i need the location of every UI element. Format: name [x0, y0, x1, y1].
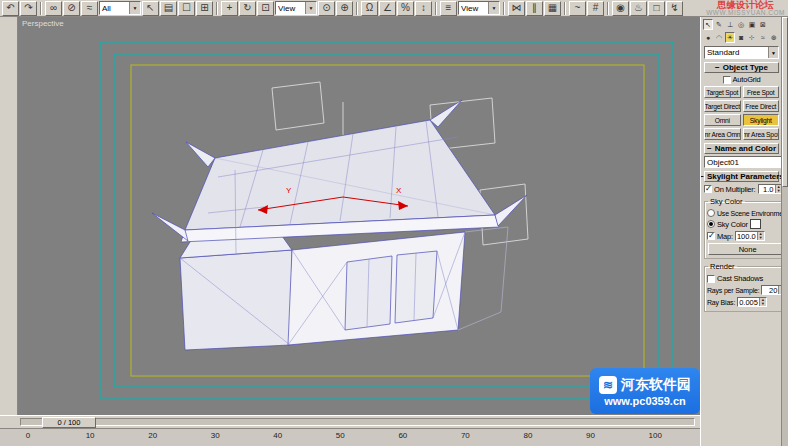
category-lights-icon[interactable]: ☀ [725, 32, 735, 43]
time-slider[interactable]: 0 / 100 [42, 417, 96, 428]
tab-utilities-icon[interactable]: ⊠ [758, 19, 768, 30]
target-direct-button[interactable]: Target Direct [704, 100, 741, 112]
category-space-warps-icon[interactable]: ≈ [758, 32, 768, 43]
cast-shadows-row: Cast Shadows [707, 274, 781, 283]
angle-snap-icon[interactable]: ∠ [379, 1, 396, 16]
use-scene-environment-radio[interactable] [707, 209, 715, 217]
omni-button[interactable]: Omni [704, 114, 741, 126]
redo-icon[interactable]: ↷ [20, 1, 37, 16]
snap-toggle-icon[interactable]: Ω [361, 1, 378, 16]
select-and-move-icon[interactable]: + [221, 1, 238, 16]
light-type-dropdown[interactable]: Standard ▼ [704, 46, 779, 59]
mirror-icon[interactable]: ⋈ [508, 1, 525, 16]
reference-coordinate-dropdown-value: View [276, 4, 305, 13]
name-color-title: Name and Color [715, 144, 776, 153]
spinner-arrows-icon[interactable]: ▴ ▾ [757, 232, 764, 240]
ray-bias-row: Ray Bias: 0.005 ▴ ▾ [707, 297, 781, 307]
rays-per-sample-spinner[interactable]: 20 ▴ ▾ [761, 285, 781, 295]
house-model[interactable] [152, 100, 527, 350]
tab-motion-icon[interactable]: ◎ [736, 19, 746, 30]
align-icon[interactable]: ∥ [526, 1, 543, 16]
window-crossing-icon[interactable]: ⊞ [196, 1, 213, 16]
viewport-label[interactable]: Perspective [22, 19, 64, 28]
material-editor-icon[interactable]: ◉ [612, 1, 629, 16]
render-setup-icon[interactable]: ♨ [630, 1, 647, 16]
dropdown-arrow-icon[interactable]: ▼ [129, 2, 140, 14]
perspective-viewport[interactable]: Perspective [18, 17, 700, 415]
category-systems-icon[interactable]: ⊛ [769, 32, 779, 43]
rays-per-sample-label: Rays per Sample: [707, 287, 759, 294]
undo-icon[interactable]: ↶ [2, 1, 19, 16]
cast-shadows-checkbox[interactable] [707, 275, 715, 283]
tab-modify-icon[interactable]: ✎ [714, 19, 724, 30]
autogrid-checkbox[interactable] [723, 76, 731, 84]
category-geometry-icon[interactable]: ● [703, 32, 713, 43]
tab-display-icon[interactable]: ▣ [747, 19, 757, 30]
map-amount-value: 100.0 [736, 232, 757, 240]
spinner-snap-icon[interactable]: ↕ [415, 1, 432, 16]
rays-per-sample-value: 20 [762, 286, 778, 294]
watermark-pc0359: ≋ 河东软件园 www.pc0359.cn [590, 368, 700, 414]
render-group-label: Render [708, 262, 737, 271]
named-selection-sets-icon[interactable]: ≡ [440, 1, 457, 16]
dropdown-arrow-icon[interactable]: ▼ [305, 2, 316, 14]
multiplier-label: Multiplier: [726, 185, 756, 194]
free-spot-button[interactable]: Free Spot [743, 86, 780, 98]
select-and-manipulate-icon[interactable]: ⊕ [336, 1, 353, 16]
map-none-button[interactable]: None [708, 243, 781, 255]
track-bar[interactable]: 0102030405060708090100 [0, 428, 700, 446]
select-and-link-icon[interactable]: ∞ [45, 1, 62, 16]
panel-scrollbar[interactable] [781, 17, 788, 446]
pc0359-logo-icon: ≋ [599, 376, 617, 394]
spinner-down-icon[interactable]: ▾ [758, 236, 764, 240]
spinner-arrows-icon[interactable]: ▴ ▾ [759, 298, 766, 306]
schematic-view-icon[interactable]: # [587, 1, 604, 16]
sky-color-swatch[interactable] [750, 219, 761, 229]
curve-editor-icon[interactable]: ~ [569, 1, 586, 16]
spinner-down-icon[interactable]: ▾ [760, 302, 766, 306]
object-type-rollout-header[interactable]: − Object Type [704, 62, 779, 73]
mr-area-spot-button[interactable]: mr Area Spot [743, 128, 780, 140]
named-selection-dropdown[interactable]: View▼ [458, 1, 500, 15]
selection-filter-dropdown[interactable]: All▼ [99, 1, 141, 15]
scrollbar-thumb[interactable] [782, 17, 788, 187]
ray-bias-spinner[interactable]: 0.005 ▴ ▾ [737, 297, 767, 307]
name-color-rollout-header[interactable]: − Name and Color [704, 143, 779, 154]
free-direct-button[interactable]: Free Direct [743, 100, 780, 112]
select-and-scale-icon[interactable]: ⊡ [257, 1, 274, 16]
skylight-button[interactable]: Skylight [743, 114, 780, 126]
category-shapes-icon[interactable]: ◠ [714, 32, 724, 43]
select-by-name-icon[interactable]: ▤ [160, 1, 177, 16]
rectangular-selection-icon[interactable]: ☐ [178, 1, 195, 16]
multiplier-spinner[interactable]: 1.0 ▴ ▾ [758, 184, 781, 194]
quick-render-icon[interactable]: ↯ [666, 1, 683, 16]
category-helpers-icon[interactable]: ⊹ [747, 32, 757, 43]
map-amount-spinner[interactable]: 100.0 ▴ ▾ [735, 231, 765, 241]
percent-snap-icon[interactable]: % [397, 1, 414, 16]
tab-create-icon[interactable]: ↖ [703, 19, 713, 30]
sky-color-radio[interactable] [707, 220, 715, 228]
layer-manager-icon[interactable]: ▦ [544, 1, 561, 16]
rays-per-sample-row: Rays per Sample: 20 ▴ ▾ [707, 285, 781, 295]
mr-area-omni-button[interactable]: mr Area Omni [704, 128, 741, 140]
category-cameras-icon[interactable]: ◙ [736, 32, 746, 43]
on-checkbox[interactable]: ✓ [704, 185, 712, 193]
collapse-icon: − [701, 172, 704, 181]
light-type-value: Standard [705, 48, 768, 57]
unlink-selection-icon[interactable]: ⊘ [63, 1, 80, 16]
target-spot-button[interactable]: Target Spot [704, 86, 741, 98]
object-name-input[interactable] [704, 156, 781, 168]
map-checkbox[interactable]: ✓ [707, 232, 715, 240]
skylight-params-rollout-header[interactable]: − Skylight Parameters [704, 171, 779, 182]
pc0359-logo-url: www.pc0359.cn [604, 395, 686, 407]
use-pivot-center-icon[interactable]: ⊙ [318, 1, 335, 16]
time-slider-track[interactable]: 0 / 100 [0, 415, 700, 428]
render-frame-icon[interactable]: □ [648, 1, 665, 16]
tab-hierarchy-icon[interactable]: ⊥ [725, 19, 735, 30]
reference-coordinate-dropdown[interactable]: View▼ [275, 1, 317, 15]
dropdown-arrow-icon[interactable]: ▼ [488, 2, 499, 14]
select-object-icon[interactable]: ↖ [142, 1, 159, 16]
frame-number: 70 [461, 431, 470, 440]
select-and-rotate-icon[interactable]: ↻ [239, 1, 256, 16]
bind-to-space-warp-icon[interactable]: ≈ [81, 1, 98, 16]
